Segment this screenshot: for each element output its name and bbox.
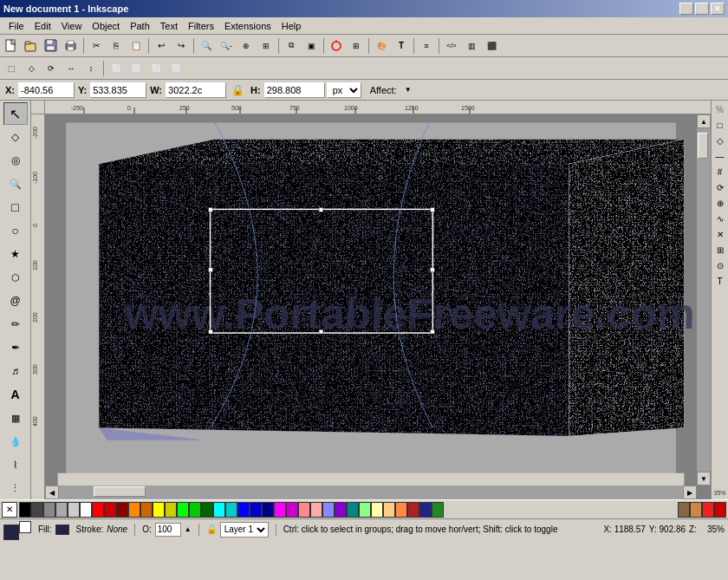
redo-button[interactable]: ↪ — [172, 36, 191, 55]
scroll-thumb-v[interactable] — [698, 133, 708, 159]
horizontal-scrollbar[interactable]: ◀ ▶ — [45, 486, 697, 499]
menu-view[interactable]: View — [56, 19, 88, 33]
color-light-gray[interactable] — [55, 502, 68, 518]
color-pink1[interactable] — [298, 502, 310, 518]
color-orange[interactable] — [128, 502, 140, 518]
color-purple[interactable] — [335, 502, 347, 518]
save-button[interactable] — [42, 36, 61, 55]
color-pink2[interactable] — [310, 502, 322, 518]
opacity-up-btn[interactable]: ▲ — [185, 525, 192, 533]
vertical-scrollbar[interactable]: ▲ ▼ — [697, 114, 711, 486]
group-button[interactable]: ▣ — [302, 36, 321, 55]
tweak-tool[interactable]: ◎ — [3, 149, 28, 172]
color-green1[interactable] — [177, 502, 189, 518]
text-tool[interactable]: A — [3, 383, 28, 406]
color-red2[interactable] — [104, 502, 116, 518]
color-dark-green[interactable] — [432, 502, 444, 518]
stroke-color-box[interactable] — [19, 521, 31, 533]
node-edit-btn[interactable]: ◇ — [22, 59, 41, 78]
3d-box-tool[interactable]: ⬡ — [3, 266, 28, 289]
menu-edit[interactable]: Edit — [29, 19, 56, 33]
scroll-right-button[interactable]: ▶ — [683, 486, 697, 499]
pencil-tool[interactable]: ✏ — [3, 313, 28, 336]
color-cream[interactable] — [371, 502, 383, 518]
color-brown[interactable] — [140, 502, 153, 518]
color-cyan2[interactable] — [225, 502, 237, 518]
unit-select[interactable]: px mm cm in — [327, 82, 361, 98]
ellipse-tool[interactable]: ○ — [3, 219, 28, 242]
text-tool-btn2[interactable]: T — [392, 36, 411, 55]
layer-select[interactable]: Layer 1 — [220, 522, 269, 538]
menu-filters[interactable]: Filters — [183, 19, 219, 33]
color-white[interactable] — [80, 502, 92, 518]
maximize-button[interactable]: □ — [695, 3, 709, 15]
paste-button[interactable]: 📋 — [127, 36, 146, 55]
color-black[interactable] — [19, 502, 31, 518]
color-dark-red[interactable] — [407, 502, 419, 518]
snap-path-btn[interactable]: ∿ — [713, 212, 727, 225]
flip-h-btn[interactable]: ↔ — [62, 59, 81, 78]
snap-rotation-btn[interactable]: ⟳ — [713, 180, 727, 194]
zoom-out-button[interactable]: 🔍- — [217, 36, 236, 55]
cut-button[interactable]: ✂ — [87, 36, 106, 55]
color-green2[interactable] — [189, 502, 201, 518]
star-tool[interactable]: ★ — [3, 243, 28, 265]
color-yellow1[interactable] — [153, 502, 165, 518]
zoom-in-button[interactable]: 🔍 — [197, 36, 216, 55]
color-lavender[interactable] — [322, 502, 335, 518]
affect-options[interactable]: ▼ — [399, 81, 418, 100]
color-peach[interactable] — [383, 502, 395, 518]
canvas-container[interactable]: -250 0 250 500 750 1000 1250 1500 — [31, 101, 711, 499]
y-input[interactable] — [90, 82, 146, 98]
scroll-thumb-h[interactable] — [94, 486, 146, 497]
color-gray[interactable] — [43, 502, 55, 518]
color-salmon[interactable] — [395, 502, 407, 518]
calligraphy-tool[interactable]: ♬ — [3, 360, 28, 382]
spiral-tool[interactable]: @ — [3, 290, 28, 312]
fill-color-box[interactable] — [3, 525, 19, 540]
w-input[interactable] — [166, 82, 226, 98]
opacity-input[interactable] — [155, 523, 181, 537]
snap-bbox-btn[interactable]: □ — [713, 118, 727, 132]
color-blue2[interactable] — [250, 502, 262, 518]
select-all-btn2[interactable]: ⬚ — [2, 59, 21, 78]
snap-enable-btn[interactable]: % — [713, 102, 727, 116]
align-left-btn[interactable]: ⬜ — [107, 59, 126, 78]
spray-tool[interactable]: ⋮ — [3, 477, 28, 499]
eyedropper-tool[interactable]: 💧 — [3, 430, 28, 453]
connector-tool[interactable]: ⌇ — [3, 453, 28, 476]
zoom-draw-button[interactable]: ⊞ — [257, 36, 276, 55]
color-lighter-gray[interactable] — [68, 502, 80, 518]
color-magenta1[interactable] — [274, 502, 286, 518]
snap-guide-btn[interactable]: — — [713, 149, 727, 163]
color-yellow2[interactable] — [165, 502, 177, 518]
zoom-tool[interactable]: 🔍 — [3, 173, 28, 195]
open-button[interactable] — [22, 36, 41, 55]
scroll-left-button[interactable]: ◀ — [45, 486, 59, 499]
rect-tool[interactable]: □ — [3, 196, 28, 218]
layers-btn[interactable]: ▥ — [462, 36, 481, 55]
snap-nodes-btn[interactable]: ◇ — [713, 134, 727, 147]
copy-button[interactable]: ⎘ — [107, 36, 126, 55]
snap-grid-btn[interactable]: # — [713, 165, 727, 179]
color-end2[interactable] — [690, 502, 702, 518]
snap-center-btn[interactable]: ⊙ — [713, 258, 727, 272]
color-teal[interactable] — [347, 502, 359, 518]
transform-btn[interactable]: ⟳ — [42, 59, 61, 78]
node-tool[interactable]: ◇ — [3, 126, 28, 148]
snap-midpoint-btn[interactable]: ⊞ — [713, 243, 727, 257]
undo-button[interactable]: ↩ — [152, 36, 171, 55]
color-dark-gray[interactable] — [31, 502, 43, 518]
snap-text-btn[interactable]: T — [713, 274, 727, 288]
minimize-button[interactable]: _ — [679, 3, 693, 15]
snap-extra-btn[interactable]: ⊕ — [713, 196, 727, 210]
align-btn[interactable]: ≡ — [417, 36, 436, 55]
menu-text[interactable]: Text — [155, 19, 183, 33]
lock-aspect-btn[interactable]: 🔒 — [228, 81, 247, 100]
print-button[interactable] — [62, 36, 81, 55]
menu-object[interactable]: Object — [87, 19, 125, 33]
fill-stroke-btn[interactable]: 🎨 — [372, 36, 391, 55]
color-end1[interactable] — [678, 502, 690, 518]
menu-file[interactable]: File — [3, 19, 29, 33]
color-red1[interactable] — [92, 502, 104, 518]
